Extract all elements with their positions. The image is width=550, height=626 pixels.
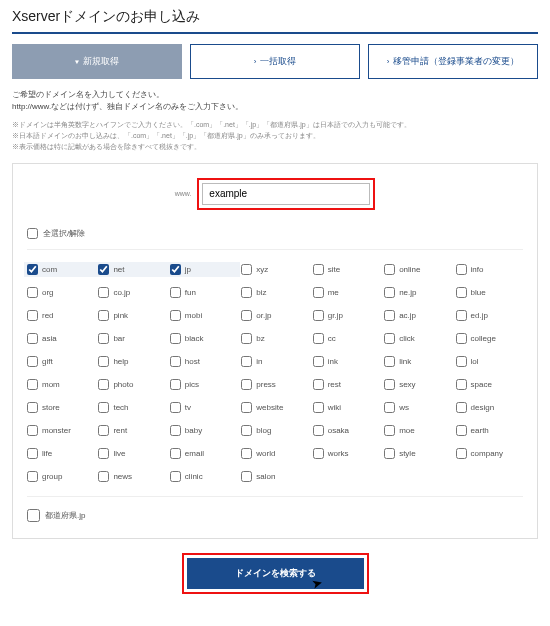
tld-checkbox[interactable] [170, 379, 181, 390]
tld-checkbox[interactable] [241, 264, 252, 275]
tld-space[interactable]: space [456, 379, 523, 390]
tld-store[interactable]: store [27, 402, 94, 413]
tld-checkbox[interactable] [384, 402, 395, 413]
tld-mom[interactable]: mom [27, 379, 94, 390]
tld-pink[interactable]: pink [98, 310, 165, 321]
search-domain-button[interactable]: ドメインを検索する [187, 558, 364, 589]
tld-world[interactable]: world [241, 448, 308, 459]
tld-checkbox[interactable] [384, 448, 395, 459]
tld-checkbox[interactable] [384, 356, 395, 367]
tld-pics[interactable]: pics [170, 379, 237, 390]
tld-org[interactable]: org [27, 287, 94, 298]
domain-input[interactable] [202, 183, 370, 205]
tld-cc[interactable]: cc [313, 333, 380, 344]
tld-design[interactable]: design [456, 402, 523, 413]
tld-osaka[interactable]: osaka [313, 425, 380, 436]
tld-checkbox[interactable] [98, 425, 109, 436]
tld-me[interactable]: me [313, 287, 380, 298]
tab-bulk[interactable]: ›一括取得 [190, 44, 360, 79]
tld-checkbox[interactable] [241, 425, 252, 436]
select-all-checkbox[interactable] [27, 228, 38, 239]
tld-tech[interactable]: tech [98, 402, 165, 413]
tld-info[interactable]: info [456, 264, 523, 275]
tld-checkbox[interactable] [170, 402, 181, 413]
tld-moe[interactable]: moe [384, 425, 451, 436]
tld-or-jp[interactable]: or.jp [241, 310, 308, 321]
tld-checkbox[interactable] [456, 310, 467, 321]
tld-rest[interactable]: rest [313, 379, 380, 390]
tld-ac-jp[interactable]: ac.jp [384, 310, 451, 321]
tld-checkbox[interactable] [27, 448, 38, 459]
tld-checkbox[interactable] [98, 356, 109, 367]
tld-wiki[interactable]: wiki [313, 402, 380, 413]
tld-checkbox[interactable] [456, 379, 467, 390]
tld-red[interactable]: red [27, 310, 94, 321]
tld-checkbox[interactable] [170, 287, 181, 298]
tld-blue[interactable]: blue [456, 287, 523, 298]
tld-checkbox[interactable] [27, 425, 38, 436]
tld-clinic[interactable]: clinic [170, 471, 237, 482]
tld-checkbox[interactable] [27, 264, 38, 275]
tld-asia[interactable]: asia [27, 333, 94, 344]
tld-in[interactable]: in [241, 356, 308, 367]
tld-checkbox[interactable] [98, 471, 109, 482]
tld-mobi[interactable]: mobi [170, 310, 237, 321]
tld-checkbox[interactable] [27, 471, 38, 482]
tld-link[interactable]: link [384, 356, 451, 367]
tld-college[interactable]: college [456, 333, 523, 344]
tld-news[interactable]: news [98, 471, 165, 482]
tld-checkbox[interactable] [27, 402, 38, 413]
tab-new[interactable]: ▾新規取得 [12, 44, 182, 79]
tld-checkbox[interactable] [384, 425, 395, 436]
tld-ink[interactable]: ink [313, 356, 380, 367]
tld-press[interactable]: press [241, 379, 308, 390]
tld-checkbox[interactable] [241, 379, 252, 390]
tld-checkbox[interactable] [241, 310, 252, 321]
tld-checkbox[interactable] [98, 402, 109, 413]
tld-checkbox[interactable] [27, 310, 38, 321]
tld-checkbox[interactable] [241, 448, 252, 459]
tld-net[interactable]: net [95, 262, 168, 277]
tld-checkbox[interactable] [241, 333, 252, 344]
tld-company[interactable]: company [456, 448, 523, 459]
tld-checkbox[interactable] [98, 264, 109, 275]
tld-gr-jp[interactable]: gr.jp [313, 310, 380, 321]
tld-click[interactable]: click [384, 333, 451, 344]
tld-co-jp[interactable]: co.jp [98, 287, 165, 298]
tld-checkbox[interactable] [313, 448, 324, 459]
tld-checkbox[interactable] [98, 333, 109, 344]
tld-biz[interactable]: biz [241, 287, 308, 298]
tld-bar[interactable]: bar [98, 333, 165, 344]
tld-online[interactable]: online [384, 264, 451, 275]
tld-website[interactable]: website [241, 402, 308, 413]
tld-email[interactable]: email [170, 448, 237, 459]
tld-checkbox[interactable] [241, 287, 252, 298]
tld-checkbox[interactable] [456, 425, 467, 436]
tld-checkbox[interactable] [313, 425, 324, 436]
tld-checkbox[interactable] [27, 333, 38, 344]
tld-checkbox[interactable] [456, 356, 467, 367]
tld-checkbox[interactable] [313, 264, 324, 275]
tld-checkbox[interactable] [313, 356, 324, 367]
tld-life[interactable]: life [27, 448, 94, 459]
tld-checkbox[interactable] [313, 310, 324, 321]
tld-photo[interactable]: photo [98, 379, 165, 390]
tld-checkbox[interactable] [456, 402, 467, 413]
prefecture-checkbox[interactable] [27, 509, 40, 522]
tld-style[interactable]: style [384, 448, 451, 459]
tld-checkbox[interactable] [241, 356, 252, 367]
tld-earth[interactable]: earth [456, 425, 523, 436]
tld-monster[interactable]: monster [27, 425, 94, 436]
tld-checkbox[interactable] [384, 310, 395, 321]
tld-ws[interactable]: ws [384, 402, 451, 413]
tld-checkbox[interactable] [170, 471, 181, 482]
tld-rent[interactable]: rent [98, 425, 165, 436]
tld-lol[interactable]: lol [456, 356, 523, 367]
tld-checkbox[interactable] [384, 264, 395, 275]
tab-transfer[interactable]: ›移管申請（登録事業者の変更） [368, 44, 538, 79]
tld-checkbox[interactable] [241, 471, 252, 482]
tld-checkbox[interactable] [98, 287, 109, 298]
tld-checkbox[interactable] [98, 310, 109, 321]
tld-checkbox[interactable] [241, 402, 252, 413]
tld-checkbox[interactable] [170, 356, 181, 367]
